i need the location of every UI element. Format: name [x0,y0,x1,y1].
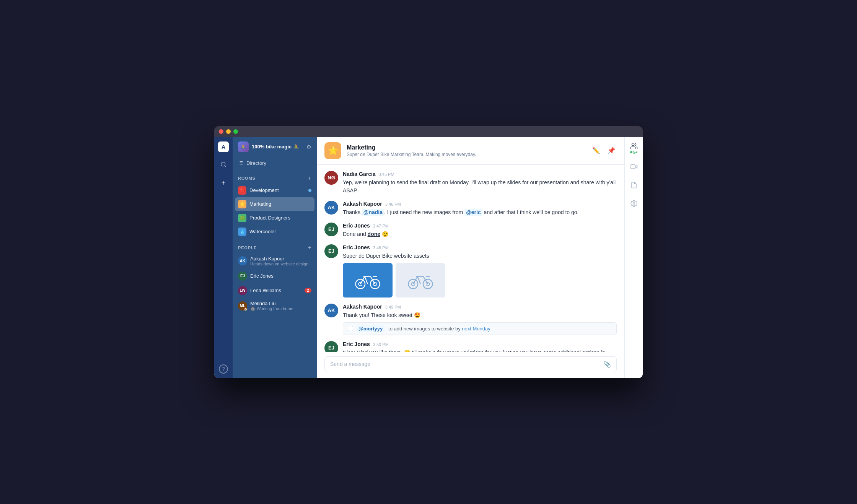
aakash-avatar: AK [238,256,247,265]
files-button[interactable] [628,179,640,191]
message-group: AK Aakash Kapoor 3:49 PM Thank you! Thes… [324,304,617,335]
melinda-info: Melinda Liu 🏠 Working from home [250,301,311,311]
melinda-name: Melinda Liu [250,301,311,306]
help-button[interactable]: ? [219,364,228,374]
sidebar-header: 🚴 100% bike magic 🚴 ⚙ [233,137,317,157]
online-count: 5+ [630,150,637,154]
app-logo: A [218,141,229,152]
product-designers-room-icon: 🟢 [238,214,246,222]
header-actions: ✏️ 📌 [591,145,617,156]
aakash-info: Aakash Kapoor Heads down on website desi… [250,256,311,266]
person-item-aakash[interactable]: AK Aakash Kapoor Heads down on website d… [233,253,317,269]
person-item-lena[interactable]: LW Lena Williams 2 [233,283,317,298]
message-header: Aakash Kapoor 3:46 PM [343,201,617,207]
bold-text: done [368,231,380,237]
channel-info: Marketing Super de Duper Bike Marketing … [347,144,585,157]
eric-avatar: EJ [238,272,247,281]
message-author: Nadia Garcia [343,171,376,177]
message-input-wrap: 📎 [324,356,617,372]
pin-icon[interactable]: 📌 [606,145,617,156]
aakash-msg-avatar: AK [324,201,338,215]
aakash-msg-avatar-2: AK [324,304,338,317]
development-room-name: Development [249,187,305,193]
product-designers-room-name: Product Designers [249,215,311,221]
minimize-button[interactable] [226,129,231,134]
settings-icon[interactable]: ⚙ [306,144,311,150]
lena-info: Lena Williams [250,288,301,293]
task-text: @mortyyy to add new images to website by… [357,326,490,332]
channel-description: Super de Duper Bike Marketing Team. Maki… [347,152,585,157]
eric-message-2: Eric Jones 3:48 PM Super de Duper Bike w… [343,244,617,298]
person-item-melinda[interactable]: ML 🏠 Melinda Liu 🏠 Working from home [233,298,317,314]
svg-line-1 [225,166,226,167]
melinda-status: 🏠 Working from home [250,306,311,311]
mention-eric: @eric [464,209,482,216]
message-time: 3:47 PM [373,224,389,228]
task-checkbox[interactable] [348,326,353,331]
lena-badge: 2 [305,288,311,293]
rooms-label: ROOMS [238,176,256,180]
message-time: 3:48 PM [373,245,389,250]
add-person-button[interactable]: + [308,245,311,251]
chat-header: ⭐ Marketing Super de Duper Bike Marketin… [317,137,624,165]
channel-name: Marketing [347,144,585,151]
task-link[interactable]: next Monday [462,326,490,332]
message-text: Super de Duper Bike website assets [343,252,617,260]
svg-point-20 [633,202,635,204]
nadia-message: Nadia Garcia 3:45 PM Yep, we're planning… [343,171,617,195]
add-button[interactable] [217,177,230,189]
development-room-icon: 🔴 [238,186,246,195]
online-dot [630,151,632,153]
people-section-header: PEOPLE + [233,239,317,253]
person-item-eric[interactable]: EJ Eric Jones [233,269,317,283]
sidebar-item-watercooler[interactable]: 💧 Watercooler [233,225,317,239]
message-header: Eric Jones 3:47 PM [343,223,617,229]
image-attachments [343,263,617,298]
svg-point-18 [632,143,634,145]
members-count: 5+ [633,150,637,154]
mention-mortyyy: @mortyyy [357,325,384,332]
workspace-info: 🚴 100% bike magic 🚴 [238,141,299,152]
mention-nadia: @nadia [362,209,384,216]
right-sidebar: 5+ [624,137,643,378]
add-room-button[interactable]: + [308,175,311,181]
video-button[interactable] [628,161,640,173]
aakash-status: Heads down on website design [250,262,311,266]
aakash-message-2: Aakash Kapoor 3:49 PM Thank you! These l… [343,304,617,335]
sidebar-item-product-designers[interactable]: 🟢 Product Designers [233,211,317,225]
message-text: Yep, we're planning to send the final dr… [343,179,617,195]
message-group: EJ Eric Jones 3:50 PM Nice! Glad you lik… [324,341,617,352]
task-block[interactable]: @mortyyy to add new images to website by… [343,322,617,335]
aakash-name: Aakash Kapoor [250,256,311,262]
members-button[interactable]: 5+ [628,142,640,154]
message-time: 3:45 PM [379,172,394,177]
message-input[interactable] [330,361,600,367]
settings-right-button[interactable] [628,197,640,210]
message-author: Aakash Kapoor [343,304,382,310]
directory-label: Directory [246,160,266,166]
maximize-button[interactable] [233,129,238,134]
bike-image-light[interactable] [396,263,445,298]
eric-name: Eric Jones [250,273,311,279]
message-author: Aakash Kapoor [343,201,382,207]
rooms-section-header: ROOMS + [233,169,317,184]
workspace-avatar: 🚴 [238,141,249,152]
sidebar-item-marketing[interactable]: ⭐ Marketing [235,197,314,211]
bike-image-blue[interactable] [343,263,393,298]
sidebar-item-development[interactable]: 🔴 Development [233,184,317,197]
close-button[interactable] [219,129,223,134]
lena-name: Lena Williams [250,288,301,293]
search-button[interactable] [217,158,230,171]
message-header: Nadia Garcia 3:45 PM [343,171,617,177]
eric-msg-avatar-3: EJ [324,341,338,352]
watercooler-room-name: Watercooler [249,229,311,234]
marketing-room-name: Marketing [249,201,311,207]
edit-icon[interactable]: ✏️ [591,145,601,156]
sidebar-item-directory[interactable]: Directory [233,157,317,169]
nadia-avatar: NG [324,171,338,185]
message-author: Eric Jones [343,244,370,250]
lena-avatar: LW [238,286,247,295]
attachment-icon[interactable]: 📎 [603,361,611,368]
message-input-area: 📎 [317,352,624,378]
marketing-room-icon: ⭐ [238,200,246,208]
